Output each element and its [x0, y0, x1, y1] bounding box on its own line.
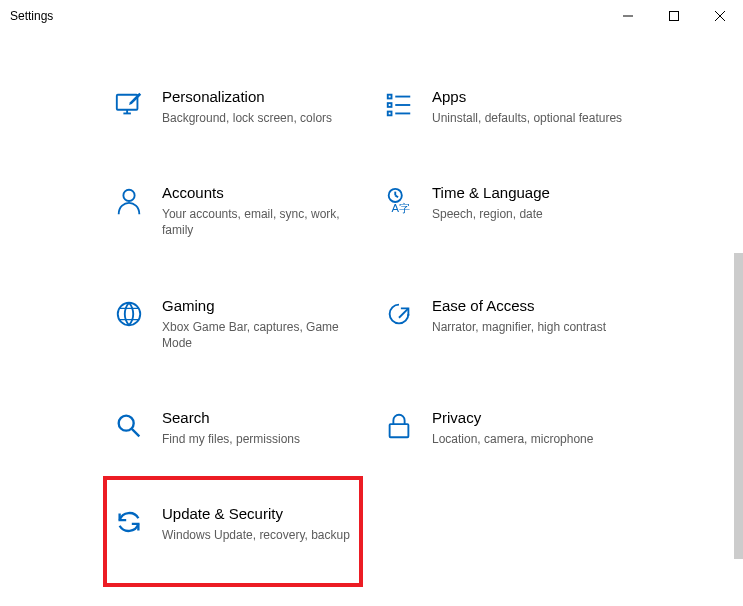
update-security-icon — [112, 505, 146, 537]
maximize-button[interactable] — [651, 0, 697, 32]
apps-icon — [382, 88, 416, 120]
tile-apps[interactable]: Apps Uninstall, defaults, optional featu… — [378, 82, 648, 132]
tile-desc: Find my files, permissions — [162, 431, 366, 447]
tile-desc: Location, camera, microphone — [432, 431, 636, 447]
settings-grid: Personalization Background, lock screen,… — [108, 82, 703, 549]
tile-title: Search — [162, 409, 366, 427]
tile-desc: Background, lock screen, colors — [162, 110, 366, 126]
svg-point-18 — [118, 302, 141, 325]
gaming-icon — [112, 297, 146, 329]
tile-title: Accounts — [162, 184, 366, 202]
svg-point-20 — [119, 416, 134, 431]
svg-rect-9 — [388, 103, 392, 107]
accounts-icon — [112, 184, 146, 216]
tile-desc: Windows Update, recovery, backup — [162, 527, 366, 543]
tile-title: Privacy — [432, 409, 636, 427]
tile-title: Personalization — [162, 88, 366, 106]
svg-line-21 — [132, 429, 140, 437]
svg-point-13 — [123, 190, 134, 201]
tile-desc: Uninstall, defaults, optional features — [432, 110, 636, 126]
tile-gaming[interactable]: Gaming Xbox Game Bar, captures, Game Mod… — [108, 291, 378, 357]
tile-title: Update & Security — [162, 505, 366, 523]
titlebar: Settings — [0, 0, 743, 32]
ease-of-access-icon — [382, 297, 416, 329]
personalization-icon — [112, 88, 146, 120]
search-icon — [112, 409, 146, 441]
privacy-icon — [382, 409, 416, 441]
tile-update-security[interactable]: Update & Security Windows Update, recove… — [108, 499, 378, 549]
svg-line-16 — [395, 196, 398, 198]
tile-desc: Narrator, magnifier, high contrast — [432, 319, 636, 335]
tile-time-language[interactable]: A字 Time & Language Speech, region, date — [378, 178, 648, 244]
svg-text:A字: A字 — [392, 202, 411, 214]
window-controls — [605, 0, 743, 32]
tile-title: Time & Language — [432, 184, 636, 202]
tile-title: Gaming — [162, 297, 366, 315]
tile-ease-of-access[interactable]: Ease of Access Narrator, magnifier, high… — [378, 291, 648, 357]
tile-desc: Your accounts, email, sync, work, family — [162, 206, 366, 238]
svg-rect-22 — [390, 424, 409, 437]
svg-line-19 — [399, 308, 408, 317]
tile-title: Apps — [432, 88, 636, 106]
settings-content: Personalization Background, lock screen,… — [0, 32, 743, 549]
svg-rect-4 — [117, 95, 138, 110]
tile-personalization[interactable]: Personalization Background, lock screen,… — [108, 82, 378, 132]
window-title: Settings — [10, 9, 605, 23]
svg-rect-7 — [388, 95, 392, 99]
svg-rect-1 — [670, 12, 679, 21]
tile-title: Ease of Access — [432, 297, 636, 315]
svg-rect-11 — [388, 112, 392, 116]
vertical-scrollbar[interactable] — [734, 253, 743, 559]
time-language-icon: A字 — [382, 184, 416, 216]
tile-search[interactable]: Search Find my files, permissions — [108, 403, 378, 453]
tile-desc: Speech, region, date — [432, 206, 636, 222]
close-button[interactable] — [697, 0, 743, 32]
tile-accounts[interactable]: Accounts Your accounts, email, sync, wor… — [108, 178, 378, 244]
tile-privacy[interactable]: Privacy Location, camera, microphone — [378, 403, 648, 453]
minimize-button[interactable] — [605, 0, 651, 32]
tile-desc: Xbox Game Bar, captures, Game Mode — [162, 319, 366, 351]
